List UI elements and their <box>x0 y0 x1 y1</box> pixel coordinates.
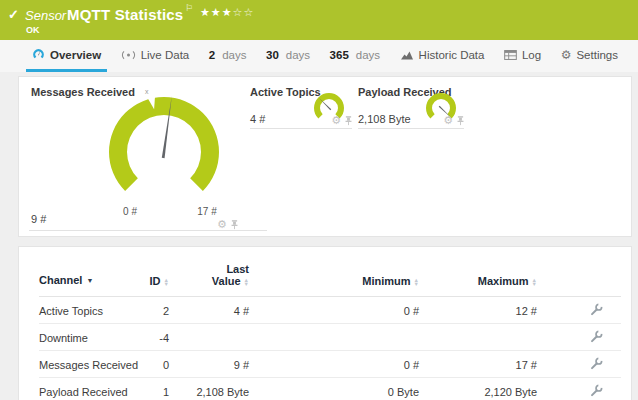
sort-icon: ▲▼ <box>532 278 537 287</box>
gauge-max-label: 17 # <box>192 206 222 217</box>
tab-2-days-number: 2 <box>209 49 215 61</box>
cell-channel: Payload Received <box>39 378 134 400</box>
cell-last-value: 2,108 Byte <box>169 378 249 400</box>
column-header-id[interactable]: ID▲▼ <box>134 263 169 297</box>
gear-icon[interactable]: ⚙ <box>217 219 227 230</box>
priority-flag-icon[interactable]: ⚐ <box>185 3 193 13</box>
column-header-last-label: Last <box>226 263 249 275</box>
historic-chart-icon <box>400 49 414 60</box>
column-header-channel[interactable]: Channel▼ <box>39 263 134 297</box>
gear-icon: ⚙ <box>561 49 572 61</box>
live-signal-icon <box>121 50 136 60</box>
main-tile-divider <box>29 230 267 231</box>
payload-received-actions: ⚙ <box>443 115 464 126</box>
tab-30-days-number: 30 <box>266 49 279 61</box>
sort-icon: ▲▼ <box>414 278 419 287</box>
pin-icon[interactable] <box>345 116 352 126</box>
tab-overview-label: Overview <box>50 49 101 61</box>
column-header-last-value[interactable]: LastValue▲▼ <box>169 263 249 297</box>
tab-365-days-number: 365 <box>330 49 349 61</box>
stars-empty[interactable]: ☆☆ <box>233 6 255 18</box>
active-topics-tile: Active Topics 4 # ⚙ <box>250 83 352 129</box>
chevron-down-icon: ▼ <box>86 277 93 284</box>
column-header-minimum[interactable]: Minimum▲▼ <box>249 263 419 297</box>
tab-365-days[interactable]: 365 days <box>324 40 386 72</box>
sensor-title: MQTT Statistics <box>67 6 183 23</box>
channel-settings-button[interactable] <box>590 357 603 372</box>
cell-channel: Downtime <box>39 324 134 351</box>
gauge-current-value: 9 # <box>31 213 46 225</box>
wrench-icon <box>590 357 603 370</box>
pin-icon[interactable] <box>457 116 464 126</box>
tab-bar: Overview Live Data 2 days 30 days 365 da… <box>0 40 638 72</box>
wrench-icon <box>590 384 603 397</box>
tab-live-data-label: Live Data <box>141 49 190 61</box>
gear-icon[interactable]: ⚙ <box>443 115 453 126</box>
gear-icon[interactable]: ⚙ <box>331 115 341 126</box>
column-header-id-label: ID <box>150 275 161 287</box>
main-gauge-actions: ⚙ <box>217 219 238 230</box>
cell-maximum <box>419 324 537 351</box>
cell-id: 0 <box>134 351 169 378</box>
pin-icon[interactable] <box>231 220 238 230</box>
channels-table: Channel▼ ID▲▼ LastValue▲▼ Minimum▲▼ Maxi… <box>39 263 621 400</box>
cell-minimum: 0 # <box>249 297 419 324</box>
status-ok-check-icon: ✓ <box>8 7 19 22</box>
table-header-row: Channel▼ ID▲▼ LastValue▲▼ Minimum▲▼ Maxi… <box>39 263 621 297</box>
sort-icon: ▲▼ <box>244 278 249 287</box>
tab-settings[interactable]: ⚙ Settings <box>555 40 624 72</box>
cell-id: -4 <box>134 324 169 351</box>
prtg-sensor-page: ✓ Sensor MQTT Statistics ⚐ ★★★☆☆ OK Over… <box>0 0 638 400</box>
cell-last-value <box>169 324 249 351</box>
column-header-maximum[interactable]: Maximum▲▼ <box>419 263 537 297</box>
tab-historic-data[interactable]: Historic Data <box>394 40 491 72</box>
tab-settings-label: Settings <box>576 49 618 61</box>
cell-minimum <box>249 324 419 351</box>
column-header-maximum-label: Maximum <box>478 275 529 287</box>
cell-id: 2 <box>134 297 169 324</box>
channel-settings-button[interactable] <box>590 330 603 345</box>
sort-icon: ▲▼ <box>164 278 169 287</box>
cell-maximum: 17 # <box>419 351 537 378</box>
channel-settings-button[interactable] <box>590 303 603 318</box>
channels-panel: Channel▼ ID▲▼ LastValue▲▼ Minimum▲▼ Maxi… <box>18 246 632 400</box>
cell-minimum: 0 # <box>249 351 419 378</box>
table-row: Payload Received 1 2,108 Byte 0 Byte 2,1… <box>39 378 621 400</box>
table-row: Messages Received 0 9 # 0 # 17 # <box>39 351 621 378</box>
cell-id: 1 <box>134 378 169 400</box>
stars-filled[interactable]: ★★★ <box>200 6 233 18</box>
object-kind-label: Sensor <box>25 8 66 23</box>
priority-stars[interactable]: ★★★☆☆ <box>200 6 254 19</box>
tab-2-days[interactable]: 2 days <box>203 40 253 72</box>
tab-30-days[interactable]: 30 days <box>260 40 316 72</box>
active-topics-actions: ⚙ <box>331 115 352 126</box>
active-topics-value: 4 # <box>250 113 265 125</box>
tab-30-days-unit: days <box>286 49 310 61</box>
gauges-panel: Messages Received x 0 # 17 # 9 # ⚙ Activ… <box>18 76 632 237</box>
cell-maximum: 2,120 Byte <box>419 378 537 400</box>
cell-maximum: 12 # <box>419 297 537 324</box>
cell-last-value: 4 # <box>169 297 249 324</box>
tab-2-days-unit: days <box>222 49 246 61</box>
sensor-status-text: OK <box>26 25 40 35</box>
tab-overview[interactable]: Overview <box>26 40 107 72</box>
sensor-status-header: ✓ Sensor MQTT Statistics ⚐ ★★★☆☆ OK <box>0 0 638 40</box>
cell-channel: Active Topics <box>39 297 134 324</box>
tab-log[interactable]: Log <box>498 40 547 72</box>
channel-settings-button[interactable] <box>590 384 603 399</box>
table-row: Downtime -4 <box>39 324 621 351</box>
table-row: Active Topics 2 4 # 0 # 12 # <box>39 297 621 324</box>
gauge-icon <box>32 48 45 61</box>
messages-received-gauge <box>99 87 229 217</box>
tab-log-label: Log <box>522 49 541 61</box>
wrench-icon <box>590 330 603 343</box>
gauge-min-label: 0 # <box>115 206 145 217</box>
tab-365-days-unit: days <box>356 49 380 61</box>
tab-live-data[interactable]: Live Data <box>115 40 196 72</box>
column-header-value-label: Value <box>212 275 241 287</box>
log-table-icon <box>504 50 517 60</box>
cell-last-value: 9 # <box>169 351 249 378</box>
cell-minimum: 0 Byte <box>249 378 419 400</box>
payload-received-tile: Payload Received 2,108 Byte ⚙ <box>358 83 464 129</box>
payload-received-value: 2,108 Byte <box>358 113 411 125</box>
